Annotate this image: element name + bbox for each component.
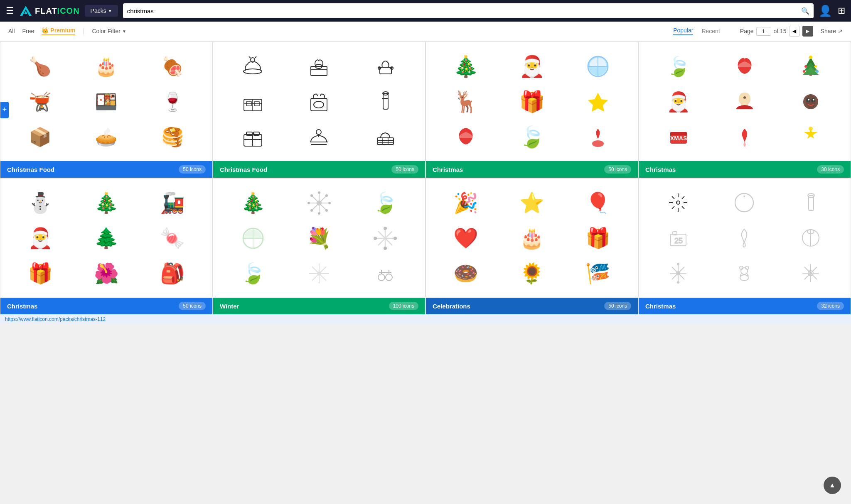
pack-icons: 🍗 🎂 🍖 🫕 🍱 🍷 📦 🥧 🥞 [0, 42, 212, 161]
icon-cell: XMAS [645, 119, 711, 154]
icon-cell: 🍃 [352, 185, 418, 220]
header-actions: 👤 ⊞ [819, 5, 845, 17]
svg-point-77 [325, 194, 328, 197]
icon-cell: 🍃 [220, 256, 286, 291]
pack-card-christmas-30[interactable]: 🍃 🎅 XMAS Christm [638, 42, 851, 178]
svg-point-97 [386, 274, 392, 281]
search-bar[interactable]: 🔍 [123, 3, 814, 18]
logo: FLATICON [19, 5, 80, 17]
svg-marker-42 [588, 93, 608, 112]
svg-point-43 [592, 140, 604, 147]
pack-card-celebrations[interactable]: 🎉 ⭐ 🎈 ❤️ 🎂 🎁 🍩 🌻 🎏 Celebrations 50 icons [426, 178, 638, 315]
pack-icons: 🎉 ⭐ 🎈 ❤️ 🎂 🎁 🍩 🌻 🎏 [426, 179, 638, 298]
user-icon[interactable]: 👤 [819, 5, 832, 17]
svg-line-107 [682, 206, 684, 209]
svg-line-5 [249, 56, 251, 58]
icon-cell [565, 84, 631, 119]
icon-cell [711, 185, 777, 220]
hamburger-icon[interactable]: ☰ [6, 5, 14, 16]
icon-cell: 🎅 [7, 220, 73, 256]
icon-cell: 🎂 [499, 220, 565, 256]
chevron-down-icon: ▼ [122, 29, 126, 34]
icon-cell: 🎄 [73, 185, 139, 220]
icon-cell: 🍃 [499, 119, 565, 154]
grid-icon[interactable]: ⊞ [838, 5, 845, 16]
page-input[interactable] [756, 27, 771, 36]
icon-cell: 🎁 [7, 256, 73, 291]
icon-cell [778, 185, 844, 220]
svg-point-72 [318, 212, 320, 215]
sort-popular[interactable]: Popular [673, 27, 693, 35]
icon-cell: 🎉 [433, 185, 499, 220]
icon-cell [220, 220, 286, 256]
pack-card-christmas-col3[interactable]: ⛄ 🎄 🚂 🎅 🌲 🍬 🎁 🌺 🎒 Christmas 50 icons [0, 178, 213, 315]
icon-cell: 🎏 [565, 256, 631, 291]
icon-cell: 🦌 [433, 84, 499, 119]
svg-point-51 [814, 65, 817, 68]
svg-point-3 [243, 69, 262, 74]
icon-cell: 🍃 [645, 49, 711, 84]
add-to-collection-button[interactable]: + [0, 102, 9, 118]
icon-cell [711, 49, 777, 84]
share-button[interactable]: Share ↗ [821, 28, 843, 34]
svg-point-75 [310, 194, 313, 197]
svg-point-96 [378, 274, 385, 281]
pack-card-christmas-outline[interactable]: 25 Christmas 32 icons [638, 178, 851, 315]
icon-cell: 🍗 [7, 49, 73, 84]
icon-count-badge: 100 icons [389, 302, 418, 310]
icon-cell [645, 185, 711, 220]
pack-card-christmas-food-outline[interactable]: Christmas Food 50 icons [213, 42, 426, 178]
pack-title: Christmas Food [7, 166, 54, 173]
pack-title: Christmas [645, 303, 676, 310]
icon-cell [352, 49, 418, 84]
pack-icons: 25 [639, 179, 851, 298]
svg-rect-7 [311, 66, 327, 76]
svg-point-101 [676, 201, 680, 204]
icon-cell [352, 220, 418, 256]
crown-icon: 👑 [42, 27, 49, 34]
filter-separator: | [83, 27, 84, 35]
svg-point-95 [317, 272, 321, 276]
svg-rect-21 [383, 93, 388, 109]
pack-card-christmas-flat[interactable]: 🎄 🎅 🦌 🎁 🍃 Christmas 50 icons [426, 42, 638, 178]
icon-cell: 🎂 [73, 49, 139, 84]
svg-point-66 [809, 127, 813, 131]
next-page-button[interactable]: ▶ [802, 26, 813, 37]
search-input[interactable] [127, 7, 801, 15]
pack-card-christmas-food-colored[interactable]: + 🍗 🎂 🍖 🫕 🍱 🍷 📦 🥧 🥞 Christmas Food 50 ic… [0, 42, 213, 178]
main-grid: + 🍗 🎂 🍖 🫕 🍱 🍷 📦 🥧 🥞 Christmas Food 50 ic… [0, 42, 851, 315]
svg-rect-10 [380, 67, 391, 74]
prev-page-button[interactable]: ◀ [789, 26, 800, 37]
svg-point-73 [307, 202, 310, 204]
icon-cell: 🌲 [73, 220, 139, 256]
svg-point-78 [310, 209, 313, 212]
pack-card-winter[interactable]: 🎄 🍃 💐 🍃 Winter 100 icons [213, 178, 426, 315]
sort-recent[interactable]: Recent [701, 28, 720, 34]
icon-cell: 🌻 [499, 256, 565, 291]
icon-cell: ❤️ [433, 220, 499, 256]
svg-line-106 [672, 196, 674, 199]
filter-bar: All Free 👑 Premium | Color Filter ▼ Popu… [0, 22, 851, 42]
pack-footer: Winter 100 icons [213, 298, 425, 314]
icon-cell: ⭐ [499, 185, 565, 220]
packs-label: Packs [91, 7, 106, 14]
icon-cell [711, 119, 777, 154]
packs-button[interactable]: Page Packs ▼ [85, 5, 118, 17]
icon-cell: 🍩 [433, 256, 499, 291]
icon-cell: 🥧 [73, 119, 139, 154]
search-icon[interactable]: 🔍 [801, 7, 809, 15]
icon-cell [778, 220, 844, 256]
icon-cell: 🍖 [140, 49, 206, 84]
filter-premium[interactable]: 👑 Premium [42, 27, 75, 35]
icon-cell [645, 256, 711, 291]
pack-icons: 🎄 🎅 🦌 🎁 🍃 [426, 42, 638, 161]
icon-cell: 🎁 [565, 220, 631, 256]
filter-free[interactable]: Free [22, 28, 34, 34]
color-filter[interactable]: Color Filter ▼ [92, 28, 126, 34]
svg-point-52 [803, 70, 805, 73]
filter-all[interactable]: All [8, 28, 15, 34]
svg-point-89 [374, 237, 377, 240]
svg-point-60 [813, 99, 814, 100]
icon-cell [352, 119, 418, 154]
icon-cell [286, 185, 352, 220]
